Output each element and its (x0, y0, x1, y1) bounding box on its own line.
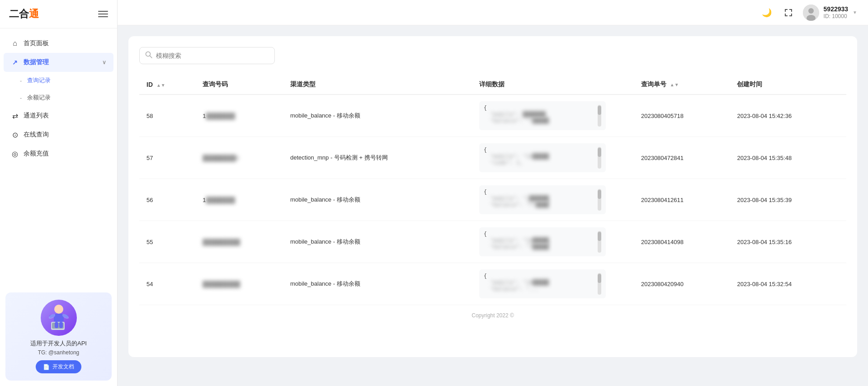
col-header-query-order: 查询单号 ▲▼ (634, 75, 730, 94)
cell-created-at: 2023-08-04 15:42:36 (730, 94, 846, 137)
svg-rect-17 (791, 14, 792, 16)
user-info[interactable]: 5922933 ID: 10000 ▼ (803, 5, 857, 21)
svg-rect-11 (785, 9, 786, 12)
promo-figure (41, 300, 77, 336)
fullscreen-button[interactable] (781, 5, 796, 20)
svg-rect-7 (59, 322, 63, 328)
data-icon: ↗ (11, 58, 19, 66)
sidebar-item-channel-list[interactable]: ⇄ 通道列表 (0, 106, 117, 125)
sidebar-item-balance-records[interactable]: 余额记录 (0, 89, 117, 106)
cell-channel-type: mobile_balance - 移动余额 (283, 221, 472, 263)
col-header-detail: 详细数据 (472, 75, 634, 94)
cell-detail: { "mobile": ███████ "balance": "7█████ (472, 94, 634, 137)
scroll-bar[interactable] (598, 105, 601, 127)
sidebar-item-label: 余额充值 (24, 150, 49, 158)
logo-accent: 通 (29, 8, 39, 19)
cell-created-at: 2023-08-04 15:35:16 (730, 221, 846, 263)
table-row: 54 █████████ mobile_balance - 移动余额 { "mo… (139, 263, 846, 305)
sort-icon-id[interactable]: ▲▼ (156, 83, 165, 88)
sidebar-item-balance-recharge[interactable]: ◎ 余额充值 (0, 144, 117, 163)
hamburger-menu-button[interactable] (98, 11, 108, 17)
svg-rect-13 (791, 9, 792, 12)
content-card: ID ▲▼ 查询号码 渠道类型 详细数据 查询单号 (128, 36, 857, 357)
cell-query-order: 2023080414098 (634, 221, 730, 263)
scroll-bar[interactable] (598, 189, 601, 211)
chevron-down-icon: ∨ (102, 59, 106, 66)
developer-illustration-icon (43, 302, 75, 334)
user-id: ID: 10000 (824, 13, 849, 20)
avatar (803, 5, 819, 21)
table-row: 58 1███████ mobile_balance - 移动余额 { "mob… (139, 94, 846, 137)
svg-rect-6 (55, 322, 58, 328)
sidebar-item-label: 数据管理 (24, 58, 49, 66)
cell-channel-type: mobile_balance - 移动余额 (283, 94, 472, 137)
promo-title: 适用于开发人员的API (13, 339, 104, 348)
sidebar-item-online-query[interactable]: ⊙ 在线查询 (0, 125, 117, 144)
cell-id: 54 (139, 263, 195, 305)
scroll-bar[interactable] (598, 273, 601, 295)
cell-id: 55 (139, 221, 195, 263)
sidebar-item-data-management[interactable]: ↗ 数据管理 ∨ (4, 53, 113, 72)
table-row: 57 ████████6 detection_mnp - 号码检测 + 携号转网… (139, 137, 846, 179)
cell-query-code: 1███████ (195, 179, 283, 221)
search-icon (145, 51, 152, 60)
user-name: 5922933 (824, 5, 849, 13)
svg-rect-15 (785, 14, 786, 16)
col-header-channel-type: 渠道类型 (283, 75, 472, 94)
col-header-id: ID ▲▼ (139, 75, 195, 94)
sidebar-logo-area: 二合通 (0, 0, 117, 28)
scroll-bar[interactable] (598, 147, 601, 169)
data-table: ID ▲▼ 查询号码 渠道类型 详细数据 查询单号 (139, 75, 846, 305)
cell-query-order: 2023080472841 (634, 137, 730, 179)
promo-subtitle: TG: @sanhetong (13, 349, 104, 356)
scroll-bar[interactable] (598, 231, 601, 253)
cell-created-at: 2023-08-04 15:35:39 (730, 179, 846, 221)
cell-created-at: 2023-08-04 15:32:54 (730, 263, 846, 305)
cell-query-order: 2023080405718 (634, 94, 730, 137)
search-input-wrap[interactable] (139, 47, 275, 64)
cell-created-at: 2023-08-04 15:35:48 (730, 137, 846, 179)
cell-query-code: █████████ (195, 263, 283, 305)
promo-btn-label: 开发文档 (52, 363, 74, 371)
cell-id: 58 (139, 94, 195, 137)
sidebar-item-query-records[interactable]: 查询记录 (0, 72, 117, 89)
user-avatar-icon (803, 5, 819, 21)
logo: 二合通 (9, 7, 39, 21)
theme-toggle-button[interactable]: 🌙 (760, 5, 774, 20)
cell-detail: { "mobile": "18█████ "balance": "... (472, 263, 634, 305)
sidebar-item-label: 在线查询 (24, 131, 49, 139)
main-wrapper: 🌙 5922933 (118, 0, 868, 386)
doc-icon: 📄 (43, 364, 50, 370)
search-bar (139, 47, 846, 64)
cell-detail: { "mobile": "18█████ "balance": "7█████ (472, 221, 634, 263)
col-header-query-code: 查询号码 (195, 75, 283, 94)
cell-query-order: 2023080420940 (634, 263, 730, 305)
sort-icon-order[interactable]: ▲▼ (670, 82, 679, 87)
cell-detail: { "mobile": "1██████ "balance": "77████ (472, 179, 634, 221)
cell-query-order: 2023080412611 (634, 179, 730, 221)
main-content: ID ▲▼ 查询号码 渠道类型 详细数据 查询单号 (118, 25, 868, 386)
promo-card: 适用于开发人员的API TG: @sanhetong 📄 开发文档 (5, 292, 112, 381)
sidebar-item-label: 首页面板 (24, 39, 49, 47)
cell-id: 57 (139, 137, 195, 179)
recharge-icon: ◎ (11, 150, 19, 158)
table-row: 56 1███████ mobile_balance - 移动余额 { "mob… (139, 179, 846, 221)
user-dropdown-icon: ▼ (853, 10, 857, 15)
sidebar-item-label: 通道列表 (24, 112, 49, 120)
cell-channel-type: mobile_balance - 移动余额 (283, 263, 472, 305)
cell-id: 56 (139, 179, 195, 221)
query-icon: ⊙ (11, 131, 19, 139)
user-details: 5922933 ID: 10000 (824, 5, 849, 20)
cell-query-code: █████████ (195, 221, 283, 263)
svg-point-19 (808, 8, 814, 14)
cell-channel-type: mobile_balance - 移动余额 (283, 179, 472, 221)
svg-rect-1 (54, 314, 64, 323)
dev-docs-button[interactable]: 📄 开发文档 (36, 360, 81, 373)
col-header-created-at: 创建时间 (730, 75, 846, 94)
sidebar-sub-label: 余额记录 (27, 94, 51, 102)
sidebar-item-home[interactable]: ⌂ 首页面板 (0, 34, 117, 53)
channel-icon: ⇄ (11, 112, 19, 120)
sidebar: 二合通 ⌂ 首页面板 ↗ 数据管理 ∨ 查询记录 余额记录 ⇄ 通道列表 ⊙ 在… (0, 0, 118, 386)
search-input[interactable] (156, 52, 269, 59)
cell-query-code: 1███████ (195, 94, 283, 137)
